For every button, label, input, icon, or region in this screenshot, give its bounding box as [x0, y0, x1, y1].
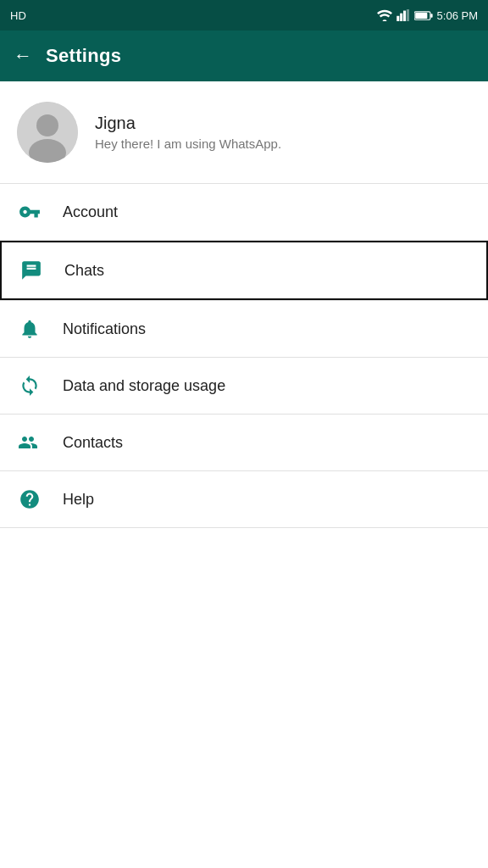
wifi-icon	[377, 9, 392, 21]
menu-item-contacts[interactable]: Contacts	[0, 415, 488, 470]
chats-label: Chats	[64, 262, 104, 280]
account-label: Account	[63, 203, 118, 221]
status-time: 5:06 PM	[437, 9, 478, 22]
signal-icon	[396, 9, 410, 21]
profile-info: Jigna Hey there! I am using WhatsApp.	[95, 114, 281, 151]
menu-item-account[interactable]: Account	[0, 184, 488, 240]
notifications-label: Notifications	[63, 320, 146, 338]
menu-item-help[interactable]: Help	[0, 471, 488, 527]
svg-rect-5	[415, 12, 427, 18]
status-icons: 5:06 PM	[377, 9, 478, 22]
avatar	[17, 102, 78, 163]
menu-item-data-storage[interactable]: Data and storage usage	[0, 358, 488, 414]
data-storage-label: Data and storage usage	[63, 377, 225, 395]
bell-icon	[17, 316, 42, 342]
page-title: Settings	[46, 45, 121, 67]
profile-section[interactable]: Jigna Hey there! I am using WhatsApp.	[0, 81, 488, 183]
profile-name: Jigna	[95, 114, 281, 133]
divider-6	[0, 527, 488, 528]
menu-item-chats[interactable]: Chats	[0, 241, 488, 300]
back-button[interactable]: ←	[14, 45, 32, 67]
menu-list: Account Chats Notifications Data and sto…	[0, 184, 488, 528]
menu-item-notifications[interactable]: Notifications	[0, 301, 488, 357]
chat-icon	[19, 258, 44, 283]
avatar-icon	[17, 102, 78, 163]
status-bar: HD 5:06 PM	[0, 0, 488, 31]
svg-rect-2	[403, 11, 406, 21]
profile-status: Hey there! I am using WhatsApp.	[95, 136, 281, 151]
contacts-label: Contacts	[63, 434, 123, 452]
key-icon	[17, 199, 42, 225]
contacts-icon	[17, 430, 42, 455]
svg-rect-6	[430, 14, 432, 18]
svg-point-8	[36, 114, 58, 136]
help-label: Help	[63, 491, 94, 509]
toolbar: ← Settings	[0, 31, 488, 81]
status-label: HD	[10, 9, 26, 22]
svg-rect-0	[396, 16, 399, 21]
help-icon	[17, 487, 42, 512]
data-icon	[17, 373, 42, 398]
svg-rect-1	[400, 14, 402, 21]
svg-rect-3	[406, 9, 408, 21]
battery-icon	[414, 10, 433, 21]
